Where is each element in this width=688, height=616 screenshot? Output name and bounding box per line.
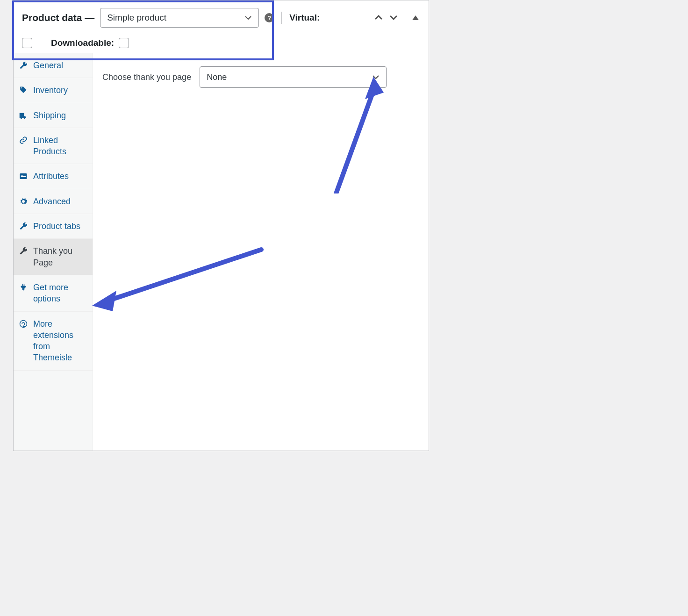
svg-rect-3 — [21, 176, 26, 177]
checkbox-row: Downloadable: — [22, 38, 419, 48]
annotation-arrow-icon — [313, 72, 397, 193]
tab-product-tabs[interactable]: Product tabs — [14, 214, 93, 239]
product-type-dropdown[interactable]: Simple product — [100, 8, 259, 28]
wrench-icon — [19, 247, 28, 255]
field-label: Choose thank you page — [102, 72, 191, 82]
panel-controls — [373, 14, 419, 21]
tab-label: More extensions from Themeisle — [33, 318, 87, 364]
chevron-down-icon — [372, 75, 380, 79]
tag-icon — [19, 86, 28, 94]
wrench-icon — [19, 61, 28, 70]
tab-label: Inventory — [33, 85, 87, 96]
tab-label: Product tabs — [33, 221, 87, 232]
thank-you-page-dropdown[interactable]: None — [200, 66, 387, 88]
tab-label: General — [33, 60, 87, 71]
tab-label: Shipping — [33, 110, 87, 121]
tab-label: Get more options — [33, 282, 87, 305]
tab-content: Choose thank you page None — [93, 53, 429, 451]
annotation-arrow-icon — [84, 240, 271, 324]
product-data-tabs: General Inventory Shipping Linked Produc… — [14, 53, 93, 451]
product-data-panel: Product data — Simple product ? Virtual:… — [13, 0, 429, 451]
panel-body: General Inventory Shipping Linked Produc… — [14, 53, 429, 451]
link-icon — [19, 136, 28, 144]
themeisle-icon — [19, 320, 28, 328]
virtual-label: Virtual: — [289, 13, 320, 23]
tab-general[interactable]: General — [14, 53, 93, 78]
downloadable-label: Downloadable: — [51, 38, 114, 48]
product-type-value: Simple product — [107, 13, 166, 23]
chevron-down-icon — [244, 15, 252, 20]
tab-label: Attributes — [33, 171, 87, 182]
downloadable-checkbox[interactable] — [119, 38, 129, 48]
panel-title: Product data — — [22, 12, 94, 23]
tab-thank-you-page[interactable]: Thank you Page — [14, 239, 93, 275]
tab-inventory[interactable]: Inventory — [14, 78, 93, 103]
tab-get-more-options[interactable]: Get more options — [14, 275, 93, 312]
virtual-checkbox[interactable] — [22, 38, 32, 48]
list-icon — [19, 172, 28, 180]
move-up-icon[interactable] — [373, 14, 384, 21]
tab-label: Advanced — [33, 196, 87, 207]
tab-label: Linked Products — [33, 135, 87, 158]
svg-marker-8 — [92, 291, 116, 311]
svg-rect-2 — [21, 175, 23, 176]
gear-icon — [19, 197, 28, 206]
svg-marker-0 — [412, 15, 419, 20]
svg-line-7 — [107, 250, 261, 301]
plug-icon — [19, 283, 28, 292]
truck-icon — [19, 111, 28, 120]
panel-header: Product data — Simple product ? Virtual:… — [14, 0, 429, 53]
tab-more-extensions[interactable]: More extensions from Themeisle — [14, 312, 93, 371]
svg-line-5 — [336, 91, 373, 193]
tab-advanced[interactable]: Advanced — [14, 189, 93, 214]
thank-you-field-row: Choose thank you page None — [102, 66, 419, 88]
move-down-icon[interactable] — [388, 14, 399, 21]
wrench-icon — [19, 222, 28, 230]
help-icon[interactable]: ? — [265, 13, 274, 22]
collapse-icon[interactable] — [412, 15, 419, 21]
tab-attributes[interactable]: Attributes — [14, 164, 93, 189]
tab-label: Thank you Page — [33, 245, 87, 268]
tab-linked-products[interactable]: Linked Products — [14, 128, 93, 165]
tab-shipping[interactable]: Shipping — [14, 103, 93, 128]
separator — [281, 12, 282, 24]
select-value: None — [207, 72, 227, 82]
